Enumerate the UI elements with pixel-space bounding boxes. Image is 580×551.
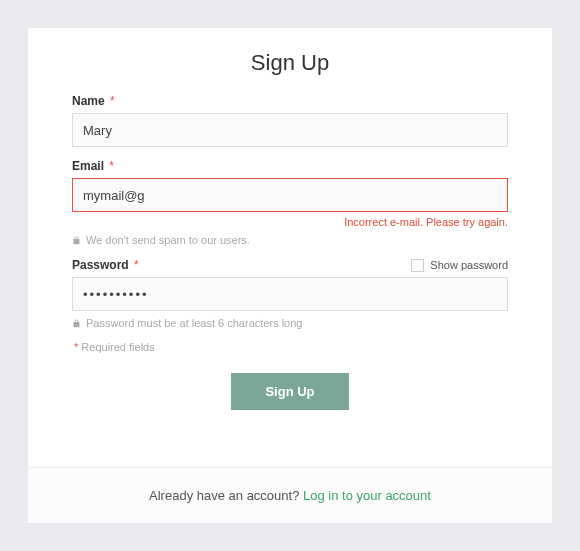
signup-form: Sign Up Name * Email * Incorrect e-mail.… (28, 28, 552, 467)
footer: Already have an account? Log in to your … (28, 467, 552, 523)
email-input[interactable] (72, 178, 508, 212)
page-title: Sign Up (72, 50, 508, 76)
email-field: Email * Incorrect e-mail. Please try aga… (72, 159, 508, 246)
show-password-label: Show password (430, 259, 508, 271)
email-error: Incorrect e-mail. Please try again. (72, 216, 508, 228)
password-hint: Password must be at least 6 characters l… (72, 317, 508, 329)
lock-icon (72, 236, 81, 245)
show-password-toggle: Show password (411, 259, 508, 272)
name-field: Name * (72, 94, 508, 147)
signup-button[interactable]: Sign Up (231, 373, 348, 410)
name-input[interactable] (72, 113, 508, 147)
required-fields-note: * Required fields (72, 341, 508, 353)
password-label: Password * (72, 258, 139, 272)
show-password-checkbox[interactable] (411, 259, 424, 272)
signup-card: Sign Up Name * Email * Incorrect e-mail.… (28, 28, 552, 523)
name-label: Name * (72, 94, 115, 108)
email-label: Email * (72, 159, 114, 173)
footer-text: Already have an account? (149, 488, 303, 503)
email-hint: We don't send spam to our users. (72, 234, 508, 246)
password-field: Password * Show password Password must b… (72, 258, 508, 329)
password-input[interactable] (72, 277, 508, 311)
login-link[interactable]: Log in to your account (303, 488, 431, 503)
lock-icon (72, 319, 81, 328)
